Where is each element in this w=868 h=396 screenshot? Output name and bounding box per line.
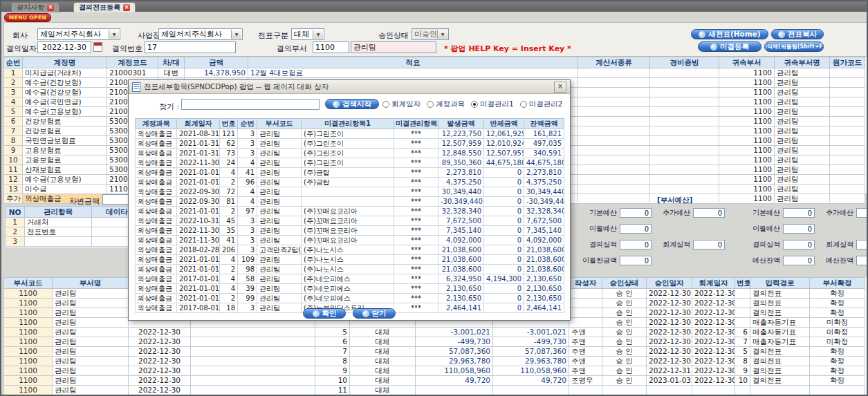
- cell[interactable]: 2022-09-30: [177, 187, 220, 197]
- cell[interactable]: 결의전표: [750, 299, 810, 308]
- cell[interactable]: 2022-12-30: [692, 376, 735, 386]
- cell[interactable]: 21,038,600: [438, 265, 484, 274]
- cell[interactable]: 미확정: [810, 337, 865, 347]
- cell[interactable]: 3: [238, 216, 257, 226]
- tab-notice[interactable]: 공지사항 ×: [11, 2, 59, 12]
- cell[interactable]: [578, 175, 650, 185]
- cell[interactable]: 미확정: [810, 328, 865, 337]
- cell[interactable]: ***: [394, 158, 438, 168]
- cell[interactable]: 2,130,650: [438, 284, 484, 294]
- radio-option[interactable]: 미결관리2: [520, 100, 563, 109]
- table-row[interactable]: 외상매출금2017-01-01458관리팀(주)네오피에스***6,324,95…: [136, 274, 564, 284]
- cell[interactable]: 주앤: [569, 357, 602, 366]
- cell[interactable]: 6: [4, 117, 23, 126]
- cell[interactable]: (주)나노시스: [302, 265, 394, 274]
- cell[interactable]: [191, 376, 315, 386]
- cell[interactable]: 1100: [719, 136, 775, 146]
- cell[interactable]: 8: [735, 357, 750, 366]
- cell[interactable]: [735, 299, 750, 308]
- cell[interactable]: 7,672,500: [524, 216, 564, 226]
- cell[interactable]: 외상매출금: [136, 284, 177, 294]
- table-row[interactable]: 외상매출금2022-11-30244관리팀(주)그린조이***89,350,36…: [136, 158, 564, 168]
- cell[interactable]: [830, 155, 865, 165]
- cell[interactable]: 예수금(국민연금): [23, 97, 107, 107]
- cell[interactable]: 4,092,000: [524, 236, 564, 245]
- cell[interactable]: [650, 68, 719, 78]
- cell[interactable]: 거래처: [25, 218, 92, 227]
- cell[interactable]: 결의전표: [750, 308, 810, 318]
- cell[interactable]: (주)꼬매요코리아: [302, 216, 394, 226]
- cell[interactable]: [578, 136, 650, 146]
- cell[interactable]: [830, 78, 865, 88]
- cell[interactable]: 4,194,300: [484, 274, 524, 284]
- cell[interactable]: 외상매출금: [136, 265, 177, 274]
- table-row[interactable]: 1100관리팀2022-12-305대체-3,001,021-3,001,021…: [4, 328, 865, 337]
- cell[interactable]: 2021-01-01: [177, 284, 220, 294]
- cell[interactable]: 340,591: [524, 149, 564, 158]
- cell[interactable]: 관리팀: [257, 265, 302, 274]
- cell[interactable]: [191, 386, 315, 395]
- cell[interactable]: 9: [315, 366, 350, 376]
- cell[interactable]: 2022-12-30: [129, 357, 191, 366]
- cell[interactable]: 45: [220, 216, 238, 226]
- cell[interactable]: [650, 88, 719, 97]
- cell[interactable]: 12,061,929: [484, 129, 524, 139]
- site-select[interactable]: 제일저지주식회사 ▼: [158, 28, 243, 40]
- cell[interactable]: 관리팀: [257, 158, 302, 168]
- cell[interactable]: 12,010,924: [484, 139, 524, 149]
- cell[interactable]: [735, 289, 750, 299]
- cell[interactable]: 1100: [4, 386, 53, 395]
- cell[interactable]: 1100: [4, 328, 53, 337]
- cell[interactable]: 2022-12-31: [647, 366, 692, 376]
- cell[interactable]: 96: [238, 178, 257, 187]
- cell[interactable]: 관리팀: [257, 187, 302, 197]
- cell[interactable]: [569, 308, 602, 318]
- cell[interactable]: [830, 165, 865, 175]
- cell[interactable]: 관리팀: [775, 126, 830, 136]
- cell[interactable]: 관리팀: [257, 139, 302, 149]
- cell[interactable]: 관리팀: [257, 216, 302, 226]
- cell[interactable]: 0: [484, 245, 524, 255]
- cell[interactable]: 산재보험료: [23, 165, 107, 175]
- cell[interactable]: 4: [238, 187, 257, 197]
- cell[interactable]: 57,087,360: [416, 347, 493, 357]
- cell[interactable]: 8: [4, 136, 23, 146]
- cell[interactable]: [578, 155, 650, 165]
- slip-type-select[interactable]: 대체 ▼: [291, 28, 324, 40]
- cell[interactable]: ***: [394, 149, 438, 158]
- cell[interactable]: [830, 126, 865, 136]
- popup-titlebar[interactable]: 전표세부항목(SPNDCDPop) 팝업 -- 웹 페이지 대화 상자 ×: [129, 80, 570, 94]
- cell[interactable]: 2022-12-30: [647, 289, 692, 299]
- cell[interactable]: [191, 366, 315, 376]
- cell[interactable]: 승 인: [602, 337, 647, 347]
- cell[interactable]: 4: [4, 97, 23, 107]
- cell[interactable]: 0: [484, 294, 524, 303]
- cell[interactable]: 14,378,950: [185, 68, 248, 78]
- cell[interactable]: [302, 197, 394, 207]
- cell[interactable]: [191, 337, 315, 347]
- cell[interactable]: 관리팀: [53, 366, 129, 376]
- number-input[interactable]: 17: [145, 41, 236, 53]
- table-row[interactable]: 1100관리팀2022-12-3010대체49,72049,720조영우승 인2…: [4, 376, 865, 386]
- cell[interactable]: 2022-12-30: [129, 386, 191, 395]
- cell[interactable]: 109: [238, 255, 257, 265]
- cell[interactable]: ***: [394, 139, 438, 149]
- cell[interactable]: 확정: [810, 366, 865, 376]
- cell[interactable]: 0: [484, 265, 524, 274]
- cell[interactable]: [810, 386, 865, 395]
- date-input[interactable]: 2022-12-30: [37, 41, 91, 53]
- cell[interactable]: 1100: [719, 146, 775, 155]
- cell[interactable]: 2021-01-01: [177, 265, 220, 274]
- cell[interactable]: 2021-11-30: [177, 236, 220, 245]
- table-row[interactable]: 외상매출금2022-11-30353관리팀(주)꼬매요코리아***7,345,1…: [136, 226, 564, 236]
- cell[interactable]: 30,349,440: [524, 187, 564, 197]
- cell[interactable]: 12,848,550: [438, 149, 484, 158]
- cell[interactable]: (주)꼬매요코리아: [302, 236, 394, 245]
- approval-select[interactable]: 미승인 ▼: [412, 28, 449, 40]
- cell[interactable]: 관리팀: [257, 284, 302, 294]
- cell[interactable]: (주)꼬매요코리아: [302, 226, 394, 236]
- cell[interactable]: 미지급금(거래처): [23, 68, 107, 78]
- cell[interactable]: 결의전표: [750, 357, 810, 366]
- cell[interactable]: 2: [4, 78, 23, 88]
- cell[interactable]: [650, 165, 719, 175]
